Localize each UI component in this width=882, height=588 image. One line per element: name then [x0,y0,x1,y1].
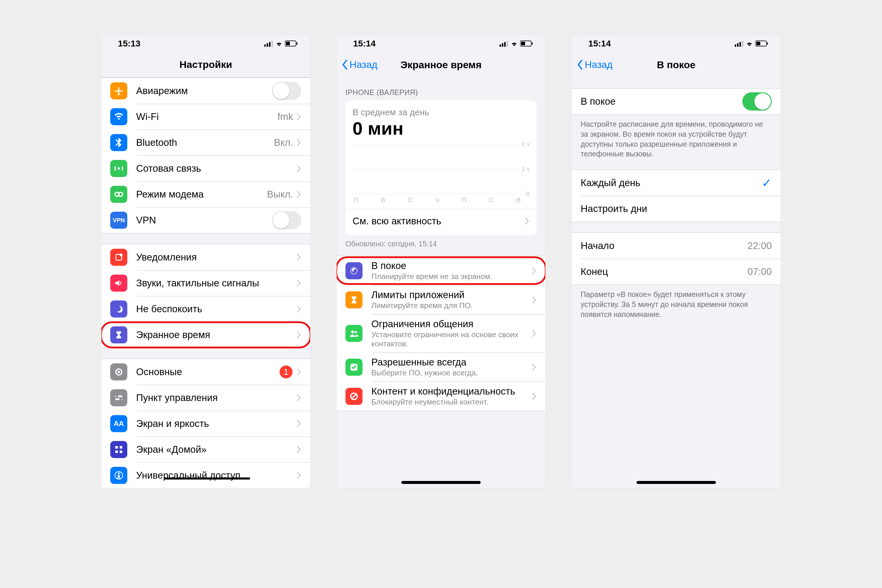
chart-days: П В С Ч П С В [352,194,530,209]
schedule-mode-group: Каждый день ✓ Настроить дни [572,170,781,222]
see-all-activity[interactable]: См. всю активность [345,209,537,233]
vpn-toggle[interactable] [272,211,302,230]
svg-point-16 [119,398,122,400]
row-always-allowed[interactable]: Разрешенные всегда Выберите ПО, нужное в… [337,352,545,382]
row-customize-days[interactable]: Настроить дни [572,196,781,222]
usage-card: В среднем за день 0 мин 2 ч 1 ч 0 П В С … [345,100,537,236]
svg-point-22 [118,472,120,474]
wifi-status-icon [511,40,518,47]
nav-bar: Настройки [101,52,310,78]
device-header: IPHONE (ВАЛЕРИЯ) [337,78,545,100]
row-screentime[interactable]: Экранное время [101,322,310,348]
time-range-group: Начало 22:00 Конец 07:00 [572,232,781,285]
settings-group-general: Основные 1 Пункт управления AA Экран и я… [101,358,310,488]
row-downtime[interactable]: В покое Планируйте время не за экраном. [337,256,545,285]
row-hotspot[interactable]: Режим модема Выкл. [101,182,310,207]
check-icon [345,358,363,376]
row-sounds[interactable]: Звуки, тактильные сигналы [101,270,310,296]
row-dnd[interactable]: Не беспокоить [101,296,310,322]
nav-title: Экранное время [400,59,482,70]
settings-screen: 15:13 Настройки Авиарежим Wi-Fi [101,35,310,488]
nav-back-button[interactable]: Назад [341,59,378,70]
row-control-center[interactable]: Пункт управления [101,385,310,411]
row-communication-limits[interactable]: Ограничения общения Установите ограничен… [337,314,545,352]
status-bar: 15:14 [337,35,545,52]
status-time: 15:13 [118,39,141,48]
battery-icon [755,40,768,47]
status-bar: 15:14 [572,35,781,52]
row-display[interactable]: AA Экран и яркость [101,411,310,436]
row-bluetooth[interactable]: Bluetooth Вкл. [101,130,310,156]
home-indicator[interactable] [401,481,481,484]
badge: 1 [280,366,292,378]
avg-value: 0 мин [352,118,530,139]
chevron-right-icon [297,190,302,198]
nav-back-button[interactable]: Назад [576,59,613,70]
gear-icon [110,363,127,380]
downtime-description: Настройте расписание для времени, провод… [572,115,781,159]
settings-list[interactable]: Авиарежим Wi-Fi fmk Bluetooth Вкл. [101,78,310,488]
downtime-content[interactable]: В покое Настройте расписание для времени… [572,78,781,488]
chevron-right-icon [532,296,537,304]
battery-icon [520,40,533,47]
svg-rect-19 [115,450,118,453]
row-home-screen[interactable]: Экран «Домой» [101,436,310,462]
svg-point-24 [351,330,354,333]
row-start-time[interactable]: Начало 22:00 [572,233,781,259]
row-every-day[interactable]: Каждый день ✓ [572,170,781,196]
row-vpn[interactable]: VPN VPN [101,207,310,233]
row-accessibility[interactable]: Универсальный доступ [101,462,310,488]
row-cellular[interactable]: Сотовая связь [101,156,310,182]
svg-rect-18 [120,446,122,448]
nav-title: Настройки [179,59,232,70]
airplane-icon [110,82,127,99]
settings-group-notifications: Уведомления Звуки, тактильные сигналы Не… [101,244,310,348]
hotspot-value: Выкл. [267,189,293,200]
downtime-screen: 15:14 Назад В покое В покое Настройте ра… [572,35,781,488]
start-value: 22:00 [747,240,772,251]
status-indicators [264,40,298,47]
screentime-screen: 15:14 Назад Экранное время IPHONE (ВАЛЕР… [337,35,545,488]
chevron-right-icon [532,363,537,371]
downtime-toggle[interactable] [742,92,772,111]
bell-icon [110,249,127,266]
svg-line-28 [352,394,356,399]
accessibility-icon [110,467,127,484]
end-value: 07:00 [747,266,772,277]
row-end-time[interactable]: Конец 07:00 [572,259,781,285]
home-indicator[interactable] [636,481,716,484]
chevron-right-icon [532,330,537,337]
row-app-limits[interactable]: Лимиты приложений Лимитируйте время для … [337,285,545,314]
status-bar: 15:13 [101,35,310,52]
row-content-privacy[interactable]: Контент и конфиденциальность Блокируйте … [337,382,545,411]
chevron-right-icon [297,368,302,376]
chevron-right-icon [532,393,537,400]
downtime-toggle-group: В покое [572,88,781,115]
chevron-right-icon [297,331,302,339]
row-notifications[interactable]: Уведомления [101,244,310,270]
people-icon [345,325,363,342]
wifi-status-icon [276,40,282,47]
wifi-value: fmk [278,111,293,122]
chevron-right-icon [297,279,302,287]
bluetooth-icon [110,134,127,151]
brightness-icon: AA [110,415,127,432]
vpn-icon: VPN [110,212,127,229]
downtime-icon [345,262,363,279]
screentime-content[interactable]: IPHONE (ВАЛЕРИЯ) В среднем за день 0 мин… [337,78,545,488]
cellular-icon [110,160,127,177]
wifi-status-icon [746,40,753,47]
svg-rect-20 [120,450,122,453]
row-airplane[interactable]: Авиарежим [101,78,310,104]
airplane-toggle[interactable] [272,82,302,100]
signal-icon [500,40,508,47]
row-downtime-toggle[interactable]: В покое [572,88,781,114]
avg-label: В среднем за день [352,107,530,117]
status-time: 15:14 [353,39,376,48]
chevron-right-icon [297,165,302,172]
row-wifi[interactable]: Wi-Fi fmk [101,104,310,130]
chevron-right-icon [297,305,302,313]
status-indicators [500,40,533,47]
nav-bar: Назад Экранное время [337,52,545,78]
row-general[interactable]: Основные 1 [101,359,310,385]
